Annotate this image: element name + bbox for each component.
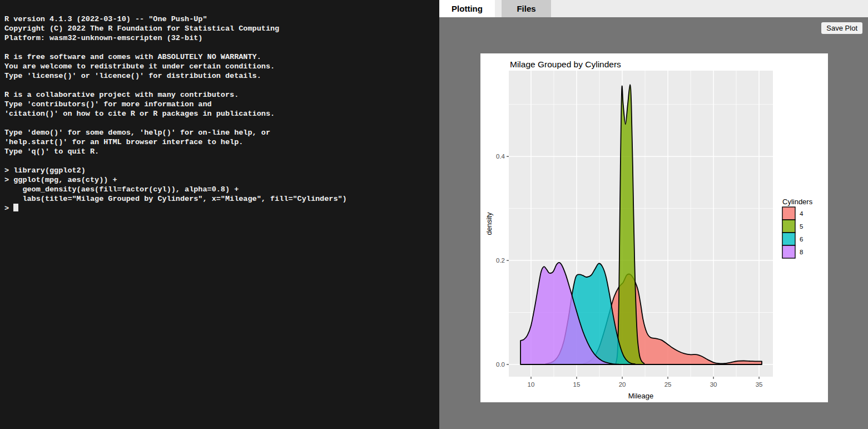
y-axis-title: density	[485, 212, 493, 235]
y-tick-label: 0.0	[496, 361, 505, 368]
console-line: geom_density(aes(fill=factor(cyl)), alph…	[4, 185, 437, 194]
text-cursor	[13, 204, 18, 211]
console-line: 'help.start()' for an HTML browser inter…	[4, 137, 437, 147]
legend-title: Cylinders	[782, 198, 813, 206]
legend-key-5	[782, 220, 795, 233]
r-console[interactable]: R version 4.1.3 (2022-03-10) -- "One Pus…	[0, 0, 439, 429]
legend-label-8: 8	[800, 249, 803, 255]
legend-key-8	[782, 245, 795, 258]
legend-key-6	[782, 233, 795, 245]
tab-plotting[interactable]: Plotting	[439, 0, 495, 17]
console-line: R version 4.1.3 (2022-03-10) -- "One Pus…	[4, 14, 437, 24]
console-line: Type 'license()' or 'licence()' for dist…	[4, 71, 437, 81]
x-tick-label: 30	[710, 381, 717, 388]
plot-card: 1015202530350.00.20.4Milage Grouped by C…	[480, 53, 828, 402]
tab-files[interactable]: Files	[502, 0, 551, 17]
chart-title: Milage Grouped by Cylinders	[510, 60, 621, 69]
x-tick-label: 35	[756, 381, 763, 388]
save-plot-button[interactable]: Save Plot	[821, 22, 862, 34]
console-line: 'citation()' on how to cite R or R packa…	[4, 109, 437, 119]
console-line	[4, 81, 437, 90]
console-prompt: >	[4, 204, 13, 213]
x-tick-label: 20	[619, 381, 626, 388]
console-line: Type 'contributors()' for more informati…	[4, 100, 437, 109]
legend-key-4	[782, 207, 795, 220]
console-line: Platform: wasm32-unknown-emscripten (32-…	[4, 33, 437, 43]
console-line: Type 'q()' to quit R.	[4, 147, 437, 156]
x-axis-title: Mileage	[628, 392, 654, 400]
console-line: > library(ggplot2)	[4, 166, 437, 175]
console-line	[4, 156, 437, 166]
density-plot-image: 1015202530350.00.20.4Milage Grouped by C…	[480, 53, 828, 402]
y-tick-label: 0.2	[496, 257, 505, 264]
x-tick-label: 15	[573, 381, 581, 388]
console-line: Type 'demo()' for some demos, 'help()' f…	[4, 128, 437, 137]
console-line: > ggplot(mpg, aes(cty)) +	[4, 175, 437, 185]
console-line: labs(title="Milage Grouped by Cylinders"…	[4, 194, 437, 204]
tab-bar: Plotting Files	[439, 0, 868, 17]
console-line	[4, 119, 437, 128]
console-line: You are welcome to redistribute it under…	[4, 62, 437, 71]
legend-label-4: 4	[800, 210, 803, 217]
x-tick-label: 10	[528, 381, 535, 388]
console-output: R version 4.1.3 (2022-03-10) -- "One Pus…	[4, 14, 437, 213]
console-line: Copyright (C) 2022 The R Foundation for …	[4, 24, 437, 33]
legend-label-6: 6	[800, 236, 803, 243]
plot-content-area: Save Plot 1015202530350.00.20.4Milage Gr…	[439, 17, 868, 429]
legend: 4568	[782, 207, 803, 258]
plotting-pane: Plotting Files Save Plot 1015202530350.0…	[439, 0, 868, 429]
console-prompt-line: >	[4, 204, 437, 213]
x-tick-label: 25	[664, 381, 672, 388]
console-line: R is free software and comes with ABSOLU…	[4, 52, 437, 62]
legend-label-5: 5	[800, 223, 803, 230]
console-line	[4, 43, 437, 52]
console-line: R is a collaborative project with many c…	[4, 90, 437, 100]
y-tick-label: 0.4	[496, 153, 505, 160]
